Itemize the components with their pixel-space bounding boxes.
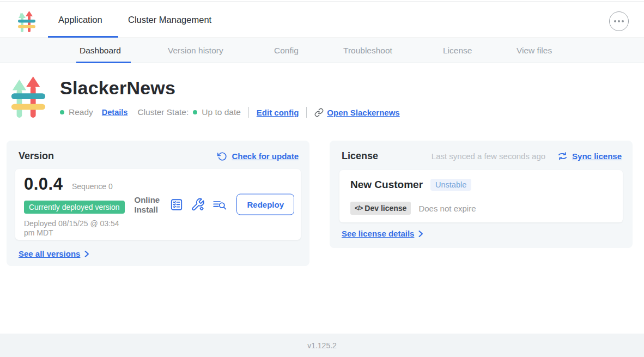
admin-console-page: Application Cluster Management Dashboard… bbox=[0, 0, 644, 357]
open-app-link-group[interactable]: Open Slackernews bbox=[314, 108, 399, 117]
license-card-header: License Last synced a few seconds ago Sy… bbox=[342, 150, 622, 162]
top-navbar: Application Cluster Management bbox=[0, 2, 644, 38]
edit-config-link[interactable]: Edit config bbox=[257, 108, 299, 117]
deployed-timestamp: Deployed 08/15/25 @ 03:54 pm MDT bbox=[24, 219, 130, 238]
app-subnav: Dashboard Version history Config Trouble… bbox=[0, 38, 644, 63]
status-details-link[interactable]: Details bbox=[102, 108, 128, 117]
preflight-checks-button[interactable] bbox=[169, 197, 184, 211]
check-update-group[interactable]: Check for update bbox=[217, 152, 299, 161]
subnav-tab-license[interactable]: License bbox=[443, 38, 472, 63]
logs-search-icon bbox=[212, 197, 227, 211]
refresh-icon bbox=[217, 152, 227, 161]
version-card: Version Check for update 0.0.4 Sequence … bbox=[7, 141, 309, 266]
redeploy-button[interactable]: Redeploy bbox=[236, 194, 294, 215]
cluster-state-value: Up to date bbox=[202, 107, 241, 117]
version-card-title: Version bbox=[19, 150, 54, 162]
page-title: SlackerNews bbox=[60, 77, 175, 99]
subnav-tab-label: Dashboard bbox=[80, 46, 121, 56]
topnav-tab-application[interactable]: Application bbox=[58, 2, 102, 38]
see-license-details-group[interactable]: See license details bbox=[342, 229, 424, 238]
sync-arrows-icon bbox=[557, 152, 568, 161]
version-number: 0.0.4 bbox=[24, 174, 63, 194]
subnav-tab-label: Troubleshoot bbox=[343, 46, 392, 56]
install-type-label: Online Install bbox=[134, 195, 162, 214]
app-logo-icon bbox=[16, 11, 37, 34]
license-detail-panel: New Customer Unstable </> Dev license Do… bbox=[339, 170, 623, 222]
subnav-tab-config[interactable]: Config bbox=[274, 38, 299, 63]
subnav-tab-troubleshoot[interactable]: Troubleshoot bbox=[343, 38, 392, 63]
license-type-label: Dev license bbox=[364, 204, 406, 213]
app-ready-status-dot bbox=[60, 110, 64, 114]
active-subnav-underline bbox=[76, 62, 131, 63]
app-status-row: Ready Details Cluster State: Up to date … bbox=[60, 107, 400, 118]
ellipsis-icon bbox=[614, 20, 624, 22]
current-version-panel: 0.0.4 Sequence 0 Currently deployed vers… bbox=[15, 169, 301, 240]
subnav-tab-label: View files bbox=[517, 46, 552, 56]
version-sequence: Sequence 0 bbox=[72, 182, 113, 191]
license-expiration-text: Does not expire bbox=[418, 204, 476, 213]
check-for-update-link[interactable]: Check for update bbox=[232, 152, 299, 161]
see-all-versions-link[interactable]: See all versions bbox=[19, 249, 80, 258]
console-footer: v1.125.2 bbox=[0, 334, 644, 357]
wrench-gear-icon bbox=[191, 197, 205, 211]
cluster-state-label: Cluster State: bbox=[137, 107, 189, 117]
app-logo-large-icon bbox=[9, 76, 47, 122]
divider bbox=[306, 107, 307, 118]
subnav-tab-view-files[interactable]: View files bbox=[517, 38, 552, 63]
last-synced-text: Last synced a few seconds ago bbox=[432, 152, 545, 161]
deployed-status-badge: Currently deployed version bbox=[24, 201, 125, 214]
license-card: License Last synced a few seconds ago Sy… bbox=[330, 141, 633, 248]
chevron-right-icon bbox=[417, 230, 424, 238]
license-card-title: License bbox=[342, 150, 378, 162]
subnav-tab-label: License bbox=[443, 46, 472, 56]
subnav-tab-label: Config bbox=[274, 46, 299, 56]
external-link-chain-icon bbox=[314, 108, 324, 117]
view-config-button[interactable] bbox=[191, 197, 205, 211]
overflow-menu-button[interactable] bbox=[609, 11, 629, 31]
sync-license-link[interactable]: Sync license bbox=[572, 152, 622, 161]
topnav-tab-label: Cluster Management bbox=[128, 15, 211, 25]
subnav-tab-dashboard[interactable]: Dashboard bbox=[80, 38, 121, 63]
version-actions: Online Install bbox=[134, 194, 294, 215]
see-all-versions-group[interactable]: See all versions bbox=[19, 249, 90, 258]
checklist-icon bbox=[169, 197, 184, 211]
open-slackernews-link[interactable]: Open Slackernews bbox=[327, 108, 399, 117]
chevron-right-icon bbox=[83, 250, 90, 258]
divider bbox=[248, 107, 249, 118]
customer-name: New Customer bbox=[350, 179, 423, 191]
version-card-header: Version Check for update bbox=[19, 150, 299, 162]
active-tab-underline bbox=[48, 36, 118, 38]
view-deploy-logs-button[interactable] bbox=[212, 197, 227, 211]
channel-badge: Unstable bbox=[430, 179, 471, 191]
app-status-text: Ready bbox=[69, 107, 93, 117]
console-version-text: v1.125.2 bbox=[307, 341, 337, 350]
code-icon: </> bbox=[355, 204, 362, 212]
see-license-details-link[interactable]: See license details bbox=[342, 229, 414, 238]
cluster-state-dot bbox=[193, 110, 197, 114]
subnav-tab-version-history[interactable]: Version history bbox=[168, 38, 223, 63]
topnav-tab-cluster-management[interactable]: Cluster Management bbox=[128, 2, 211, 38]
license-type-badge: </> Dev license bbox=[350, 202, 411, 215]
subnav-tab-label: Version history bbox=[168, 46, 223, 56]
topnav-tab-label: Application bbox=[58, 15, 102, 25]
